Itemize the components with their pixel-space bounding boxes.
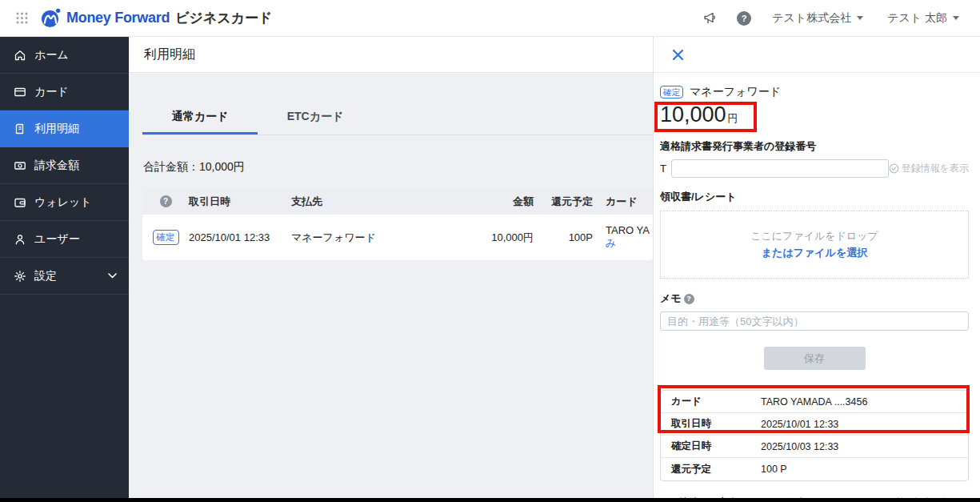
sidebar-item-label: ユーザー <box>34 232 80 247</box>
close-icon[interactable] <box>672 49 684 61</box>
file-dropzone[interactable]: ここにファイルをドロップ またはファイルを選択 <box>660 211 969 279</box>
sidebar-item-label: 利用明細 <box>34 122 79 136</box>
detail-panel: 確定 マネーフォワード 10,000円 適格請求書発行事業者の登録番号 T 登録… <box>653 37 980 498</box>
detail-value: TARO YAMADA ....3456 <box>761 396 968 408</box>
chevron-down-icon <box>953 16 959 20</box>
sidebar-item-cards[interactable]: カード <box>0 74 129 110</box>
cell-points: 100P <box>534 231 593 243</box>
invoice-number-row: T 登録情報を表示 <box>660 159 969 178</box>
sidebar-item-settings[interactable]: 設定 <box>0 258 129 295</box>
file-select-link[interactable]: またはファイルを選択 <box>762 246 867 260</box>
show-registration-label: 登録情報を表示 <box>902 162 969 175</box>
status-help-icon[interactable]: ? <box>160 195 172 207</box>
table-row[interactable]: 確定 2025/10/01 12:33 マネーフォワード 10,000円 100… <box>142 215 653 260</box>
wallet-icon <box>14 196 26 209</box>
cell-card: TARO YA み <box>593 224 653 251</box>
invoice-number-input[interactable] <box>671 159 889 178</box>
sidebar-item-label: ホーム <box>34 48 69 62</box>
sidebar-item-label: 請求金額 <box>34 159 79 173</box>
company-name: テスト株式会社 <box>772 11 851 26</box>
brand-name: Money Forward <box>66 10 170 26</box>
card-icon <box>14 86 26 98</box>
detail-label: 取引日時 <box>671 417 761 431</box>
page-title: 利用明細 <box>144 46 195 63</box>
bottom-bar <box>0 498 980 502</box>
sidebar-item-label: カード <box>34 85 69 99</box>
user-menu[interactable]: テスト 太郎 <box>887 11 959 26</box>
detail-row-card: カード TARO YAMADA ....3456 <box>661 391 968 413</box>
column-header-card: カード <box>593 195 653 209</box>
cell-amount: 10,000円 <box>439 231 534 245</box>
column-header-datetime: 取引日時 <box>189 195 291 209</box>
announcements-icon[interactable] <box>703 12 718 25</box>
status-badge: 確定 <box>153 230 179 246</box>
chevron-down-icon <box>857 16 863 20</box>
billing-icon <box>14 159 26 172</box>
detail-row-points: 還元予定 100 P <box>661 458 968 480</box>
invoice-number-label: 適格請求書発行事業者の登録番号 <box>660 139 969 154</box>
detail-value: 2025/10/03 12:33 <box>761 441 968 452</box>
memo-label: メモ <box>660 291 682 306</box>
panel-body: 確定 マネーフォワード 10,000円 適格請求書発行事業者の登録番号 T 登録… <box>654 73 980 502</box>
company-menu[interactable]: テスト株式会社 <box>772 11 863 26</box>
sidebar-item-label: 設定 <box>34 269 57 283</box>
card-type-tabs: 通常カード ETCカード <box>142 73 653 135</box>
column-header-amount: 金額 <box>439 195 534 209</box>
sidebar-item-wallet[interactable]: ウォレット <box>0 184 129 221</box>
column-header-merchant: 支払先 <box>291 195 439 209</box>
table-header-row: ? 取引日時 支払先 金額 還元予定 カード <box>142 188 653 215</box>
user-icon <box>14 233 26 246</box>
statement-icon <box>14 122 26 135</box>
receipt-label: 領収書/レシート <box>660 190 969 204</box>
detail-label: 還元予定 <box>671 463 761 476</box>
moneyforward-logo-mark <box>41 8 61 28</box>
panel-header <box>654 37 980 73</box>
detail-row-confirmed-datetime: 確定日時 2025/10/03 12:33 <box>661 436 968 458</box>
merchant-name: マネーフォワード <box>690 85 781 99</box>
dropzone-hint: ここにファイルをドロップ <box>750 229 878 243</box>
sidebar-item-billing[interactable]: 請求金額 <box>0 147 129 184</box>
invoice-prefix: T <box>660 163 666 175</box>
user-name: テスト 太郎 <box>887 11 947 26</box>
amount-unit: 円 <box>728 112 738 124</box>
save-button[interactable]: 保存 <box>764 347 866 370</box>
sidebar-item-users[interactable]: ユーザー <box>0 221 129 258</box>
show-registration-link[interactable]: 登録情報を表示 <box>889 162 969 175</box>
amount-value: 10,000 <box>660 102 726 127</box>
page-header: 利用明細 <box>129 37 653 73</box>
transaction-detail-table: カード TARO YAMADA ....3456 取引日時 2025/10/01… <box>660 390 969 481</box>
detail-label: 確定日時 <box>671 440 761 453</box>
memo-help-icon[interactable]: ? <box>684 294 694 304</box>
main-content: 利用明細 通常カード ETCカード 合計金額：10,000円 ? 取引日時 支払… <box>129 37 653 498</box>
moneyforward-logo[interactable]: Money Forward <box>41 8 170 28</box>
cell-card-holder: TARO YA <box>606 224 653 236</box>
app-window: Money Forward ビジネスカード ? テスト株式会社 テスト 太郎 ホ… <box>0 0 980 502</box>
cell-merchant: マネーフォワード <box>291 231 439 245</box>
memo-input[interactable] <box>660 311 969 331</box>
tab-normal-card[interactable]: 通常カード <box>142 110 258 135</box>
transaction-summary: 確定 マネーフォワード <box>660 85 969 99</box>
total-amount-label: 合計金額：10,000円 <box>143 160 653 175</box>
sidebar-item-home[interactable]: ホーム <box>0 37 129 74</box>
cell-datetime: 2025/10/01 12:33 <box>189 231 291 243</box>
product-name: ビジネスカード <box>175 9 272 27</box>
column-header-points: 還元予定 <box>534 195 593 209</box>
status-badge: 確定 <box>660 86 683 99</box>
chevron-down-icon <box>108 273 117 279</box>
detail-label: カード <box>671 395 761 408</box>
sidebar-item-statements[interactable]: 利用明細 <box>0 110 129 147</box>
home-icon <box>14 49 26 62</box>
detail-value: 2025/10/01 12:33 <box>761 419 968 430</box>
tab-etc-card[interactable]: ETCカード <box>258 110 373 135</box>
detail-value: 100 P <box>761 464 968 475</box>
app-switcher-icon[interactable] <box>16 12 28 24</box>
sidebar: ホーム カード 利用明細 請求金額 ウォレット <box>0 37 129 498</box>
memo-label-row: メモ ? <box>660 291 969 306</box>
topbar: Money Forward ビジネスカード ? テスト株式会社 テスト 太郎 <box>0 0 980 37</box>
transaction-amount: 10,000円 <box>660 102 969 127</box>
sidebar-item-label: ウォレット <box>34 195 92 210</box>
cell-card-link[interactable]: み <box>606 236 653 251</box>
check-circle-icon <box>889 163 899 174</box>
transactions-table: ? 取引日時 支払先 金額 還元予定 カード 確定 2025/10/01 12:… <box>142 188 653 260</box>
help-icon[interactable]: ? <box>737 11 751 26</box>
